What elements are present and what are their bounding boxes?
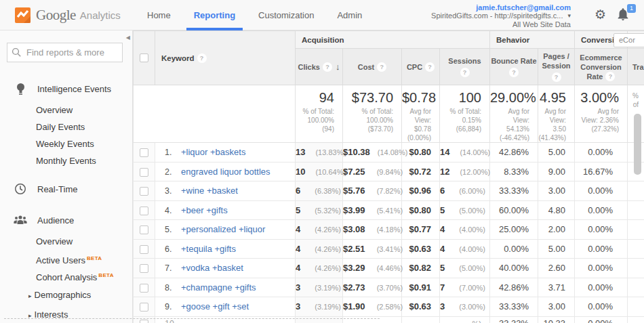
row-checkbox[interactable]	[140, 245, 148, 254]
row-rank: 1.	[165, 148, 181, 157]
keyword-link[interactable]: +vodka +basket	[181, 263, 243, 273]
sessions-cell: 4 (4.00%)	[440, 239, 490, 259]
pages-cell: 9.00	[538, 162, 575, 181]
row-checkbox[interactable]	[140, 168, 148, 177]
beta-badge: BETA	[98, 272, 113, 278]
vertical-scrollbar-thumb[interactable]	[634, 114, 641, 175]
keyword-link[interactable]: +tequila +gifts	[181, 244, 236, 254]
sidebar-item-cohort-analysis[interactable]: Cohort AnalysisBETA	[0, 267, 132, 284]
select-all-checkbox[interactable]	[140, 53, 148, 62]
pages-cell: 5.00	[538, 143, 575, 163]
cpc-cell: $0.80	[402, 200, 440, 220]
sidebar-item-active-users[interactable]: Active UsersBETA	[0, 250, 132, 267]
totals-bounce: 29.00%Avg for View: 54.13% (-46.42%)	[490, 85, 538, 143]
help-icon[interactable]: ?	[323, 62, 332, 72]
logo-brand-text: Google	[36, 7, 76, 24]
row-checkbox[interactable]	[140, 148, 148, 157]
row-checkbox[interactable]	[140, 187, 148, 196]
notifications-button[interactable]: 1	[616, 7, 635, 24]
cost-cell: $5.76 (7.82%)	[343, 181, 402, 201]
row-rank: 9.	[165, 302, 181, 311]
sidebar-item-intelligence-events[interactable]: Intelligence Events	[0, 80, 132, 98]
bounce-cell: 8.33%	[490, 162, 538, 181]
account-selector[interactable]: jamie.futscher@gmail.com SpiritedGifts.c…	[431, 3, 571, 28]
select-all-cell	[134, 31, 155, 85]
totals-blank-cell	[134, 85, 296, 143]
sidebar-section-label: Audience	[37, 215, 74, 225]
help-icon[interactable]: ?	[460, 68, 470, 77]
cost-cell: $3.29 (4.46%)	[343, 259, 402, 278]
cpc-cell: $0.63	[402, 297, 440, 317]
ecr-cell: 0.00%	[575, 200, 628, 220]
column-header-bounce-rate[interactable]: Bounce Rate?	[490, 49, 538, 85]
row-rank: 10.	[165, 319, 181, 323]
help-icon[interactable]: ?	[197, 53, 207, 63]
row-checkbox[interactable]	[140, 320, 148, 323]
cost-cell: $2.73 (3.70%)	[343, 278, 402, 297]
sort-desc-icon: ↓	[336, 62, 340, 72]
nav-home[interactable]: Home	[136, 0, 182, 30]
column-header-ecommerce-conversion-rate[interactable]: Ecommerce Conversion Rate?	[575, 49, 628, 85]
pages-cell: 3.00	[538, 297, 575, 317]
bulb-icon	[14, 82, 27, 95]
bounce-cell: 0.00%	[490, 239, 538, 259]
gear-icon[interactable]: ⚙	[595, 7, 606, 22]
totals-cpc: $0.78Avg for View: $0.78 (0.00%)	[402, 85, 440, 143]
help-icon[interactable]: ?	[425, 62, 435, 72]
google-analytics-logo[interactable]: Google Analytics	[0, 7, 136, 24]
column-header-clicks[interactable]: Clicks?↓	[296, 49, 343, 85]
column-header-pages-session[interactable]: Pages / Session?	[538, 49, 575, 85]
conversions-goal-selector[interactable]: eCor	[613, 33, 644, 47]
nav-reporting[interactable]: Reporting	[182, 0, 247, 30]
clicks-cell: 3 (3.19%)	[296, 278, 343, 297]
keyword-link[interactable]: +personalized +liquor	[181, 224, 265, 234]
row-rank: 3.	[165, 186, 181, 196]
sidebar-item-audience[interactable]: Audience	[0, 211, 132, 229]
sidebar-item-ie-overview[interactable]: Overview	[0, 102, 132, 119]
sidebar-item-demographics[interactable]: ▸Demographics	[0, 286, 132, 303]
row-checkbox[interactable]	[140, 284, 148, 293]
keyword-link[interactable]: +goose +gift +set	[181, 301, 249, 311]
keyword-link[interactable]: +wine +basket	[181, 186, 238, 196]
column-header-cost[interactable]: Cost?	[343, 49, 402, 85]
clicks-cell: 4 (4.26%)	[296, 259, 343, 278]
sidebar-collapse-icon[interactable]: ◀	[126, 35, 130, 41]
sessions-cell: 3 (3.00%)	[440, 297, 490, 317]
nav-admin[interactable]: Admin	[325, 0, 374, 30]
row-checkbox[interactable]	[140, 207, 148, 215]
sidebar-item-weekly-events[interactable]: Weekly Events	[0, 135, 132, 152]
column-header-sessions[interactable]: Sessions?	[440, 49, 490, 85]
nav-customization[interactable]: Customization	[247, 0, 325, 30]
keyword-link[interactable]: engraved liquor bottles	[181, 167, 270, 177]
search-input[interactable]	[7, 43, 123, 62]
caret-down-icon: ▾	[567, 12, 571, 20]
help-icon[interactable]: ?	[552, 72, 561, 82]
column-header-transactions-clipped[interactable]: Tra	[628, 49, 644, 85]
clicks-cell: 3 (3.19%)	[296, 297, 343, 317]
column-header-cpc[interactable]: CPC?	[402, 49, 440, 85]
help-icon[interactable]: ?	[509, 68, 519, 77]
help-icon[interactable]: ?	[377, 62, 386, 72]
ecr-cell: 0.00%	[575, 143, 628, 163]
keyword-link[interactable]: +beer +gifts	[181, 205, 228, 215]
row-checkbox[interactable]	[140, 225, 148, 234]
sidebar-item-audience-overview[interactable]: Overview	[0, 233, 132, 250]
report-table-area: Keyword? Acquisition Behavior Conversion…	[133, 30, 644, 323]
sidebar-item-monthly-events[interactable]: Monthly Events	[0, 152, 132, 169]
keyword-link[interactable]: +liquor +baskets	[181, 147, 245, 157]
keyword-link[interactable]: +champagne +gifts	[181, 282, 256, 293]
sidebar-item-interests[interactable]: ▸Interests	[0, 306, 132, 323]
sidebar-item-daily-events[interactable]: Daily Events	[0, 119, 132, 135]
account-email: jamie.futscher@gmail.com	[431, 3, 571, 12]
column-header-keyword[interactable]: Keyword?	[155, 31, 296, 85]
group-header-acquisition: Acquisition	[296, 31, 490, 49]
sidebar-item-real-time[interactable]: Real-Time	[0, 180, 132, 198]
sessions-cell: 6 (6.00%)	[440, 181, 490, 201]
table-row: 7.+vodka +basket 4 (4.26%) $3.29 (4.46%)…	[134, 259, 644, 278]
table-row: 1.+liquor +baskets 13 (13.83%) $10.38 (1…	[134, 143, 644, 163]
row-checkbox[interactable]	[140, 264, 148, 273]
logo-product-text: Analytics	[80, 9, 121, 21]
row-checkbox[interactable]	[140, 303, 148, 311]
sidebar-section-label: Real-Time	[37, 184, 77, 194]
help-icon[interactable]: ?	[605, 72, 615, 81]
